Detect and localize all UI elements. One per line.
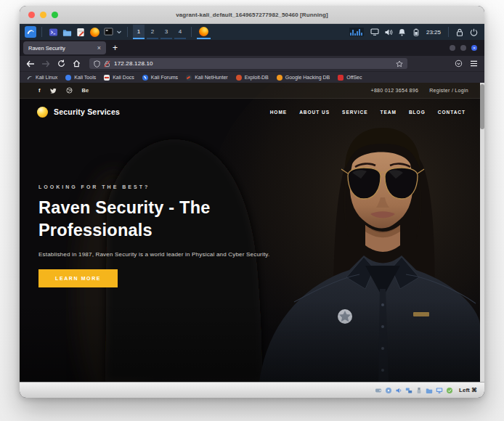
kali-tools-icon [65, 75, 71, 81]
workspace-2[interactable]: 2 [147, 25, 158, 39]
running-firefox-window-button[interactable] [197, 25, 211, 39]
power-icon[interactable] [468, 26, 479, 38]
display-status-icon[interactable] [435, 386, 443, 394]
notifications-bell-icon[interactable] [397, 26, 408, 38]
insecure-lock-icon[interactable] [104, 60, 110, 68]
scrollbar-thumb[interactable] [480, 84, 484, 129]
tab-close-icon[interactable]: × [97, 45, 101, 52]
virtualbox-statusbar: Left ⌘ [20, 382, 484, 398]
maximize-button[interactable] [460, 45, 466, 51]
display-tray-icon[interactable] [369, 26, 381, 38]
terminal-dropdown-icon[interactable] [102, 26, 114, 38]
taskbar-clock[interactable]: 23:25 [426, 29, 441, 36]
workspace-3[interactable]: 3 [160, 25, 172, 39]
kali-dragon-icon [27, 75, 33, 81]
minimize-button[interactable] [450, 45, 455, 51]
web-page-content: f Be +880 012 3654 896 Register / Login … [20, 83, 484, 382]
bookmark-kali-docs[interactable]: Kali Docs [104, 75, 134, 81]
lock-screen-icon[interactable] [454, 26, 466, 38]
taskbar-separator [191, 27, 192, 37]
window-controls [28, 12, 58, 18]
minimize-traffic-light[interactable] [40, 12, 46, 18]
firefox-nav-toolbar: 172.28.128.10 [20, 56, 484, 71]
kali-docs-icon [104, 75, 110, 81]
behance-icon[interactable]: Be [82, 87, 89, 94]
battery-icon[interactable] [410, 26, 422, 38]
nav-service[interactable]: SERVICE [342, 110, 367, 115]
volume-icon[interactable] [383, 26, 394, 38]
workspace-1[interactable]: 1 [133, 25, 145, 39]
menu-hamburger-icon[interactable] [468, 59, 479, 69]
workspace-4[interactable]: 4 [174, 25, 186, 39]
zoom-traffic-light[interactable] [52, 12, 58, 18]
bookmark-kali-nethunter[interactable]: Kali NetHunter [186, 75, 228, 81]
bookmark-google-hacking-db[interactable]: Google Hacking DB [277, 75, 330, 81]
tab-raven-security[interactable]: Raven Security × [23, 41, 106, 54]
tab-title: Raven Security [28, 45, 94, 52]
bookmark-offsec[interactable]: OffSec [338, 75, 362, 81]
close-traffic-light[interactable] [28, 12, 35, 18]
shared-folders-icon[interactable] [425, 386, 433, 394]
text-editor-icon[interactable] [75, 26, 86, 38]
nav-blog[interactable]: BLOG [409, 110, 426, 115]
usb-icon[interactable] [415, 386, 423, 394]
firefox-launcher-icon[interactable] [89, 26, 100, 38]
hero-title: Raven Security - The Professionals [38, 197, 290, 242]
forward-icon[interactable] [41, 59, 51, 69]
topbar-right: +880 012 3654 896 Register / Login [371, 88, 468, 93]
cpu-graph-icon[interactable] [349, 28, 364, 36]
bookmark-kali-forums[interactable]: Kali Forums [142, 75, 178, 81]
kali-menu-icon[interactable] [25, 26, 36, 38]
extensions-icon[interactable] [453, 59, 463, 69]
audio-icon[interactable] [394, 386, 402, 394]
browser-window-controls: × [450, 45, 477, 51]
phone-number: +880 012 3654 896 [371, 88, 419, 93]
firefox-tab-bar: Raven Security × + × [20, 40, 484, 56]
hard-disk-icon[interactable] [374, 386, 382, 394]
google-hacking-db-icon [277, 75, 283, 81]
terminal-app-icon[interactable] [47, 26, 59, 38]
close-button[interactable]: × [471, 45, 477, 51]
hero-kicker: LOOKING FOR THE BEST? [38, 184, 290, 189]
register-login-link[interactable]: Register / Login [429, 88, 468, 93]
back-icon[interactable] [25, 59, 36, 69]
optical-drive-icon[interactable] [384, 386, 392, 394]
home-icon[interactable] [71, 59, 81, 69]
chevron-down-icon[interactable] [116, 29, 122, 35]
offsec-icon [338, 75, 344, 81]
hero-copy: LOOKING FOR THE BEST? Raven Security - T… [38, 184, 290, 287]
bookmark-kali-linux[interactable]: Kali Linux [27, 75, 57, 81]
site-header: Security Services HOME ABOUT US SERVICE … [20, 99, 480, 125]
facebook-icon[interactable]: f [38, 87, 41, 94]
new-tab-button[interactable]: + [113, 43, 118, 53]
mouse-integration-icon[interactable] [445, 386, 453, 394]
vm-window-title: vagrant-kali_default_1649657277982_50460… [20, 12, 484, 18]
file-manager-icon[interactable] [61, 26, 73, 38]
bookmarks-toolbar: Kali Linux Kali Tools Kali Docs Kali For… [20, 71, 484, 83]
site-logo-icon[interactable] [37, 107, 48, 118]
nav-about-us[interactable]: ABOUT US [299, 110, 330, 115]
url-text[interactable]: 172.28.128.10 [114, 60, 392, 67]
twitter-icon[interactable] [50, 88, 57, 94]
site-topbar: f Be +880 012 3654 896 Register / Login [20, 83, 480, 99]
macos-titlebar: vagrant-kali_default_1649657277982_50460… [20, 6, 484, 24]
bookmark-kali-tools[interactable]: Kali Tools [65, 75, 96, 81]
reload-icon[interactable] [56, 59, 66, 69]
kali-nethunter-icon [186, 75, 192, 81]
url-bar[interactable]: 172.28.128.10 [89, 58, 407, 69]
network-icon[interactable] [405, 386, 412, 394]
bookmark-exploit-db[interactable]: Exploit-DB [236, 75, 269, 81]
tracking-protection-shield-icon[interactable] [94, 60, 100, 68]
nav-home[interactable]: HOME [270, 110, 288, 115]
page-scrollbar[interactable] [480, 83, 484, 382]
kali-taskbar: 1 2 3 4 23:25 [20, 24, 484, 40]
site-nav: HOME ABOUT US SERVICE TEAM BLOG CONTACT [270, 110, 466, 115]
taskbar-separator [448, 27, 449, 37]
site-brand[interactable]: Security Services [54, 107, 120, 116]
nav-team[interactable]: TEAM [381, 110, 397, 115]
bookmark-star-icon[interactable] [396, 60, 403, 68]
learn-more-button[interactable]: LEARN MORE [38, 269, 118, 287]
nav-contact[interactable]: CONTACT [438, 110, 466, 115]
social-links: f Be [38, 87, 89, 94]
dribbble-icon[interactable] [66, 87, 73, 94]
